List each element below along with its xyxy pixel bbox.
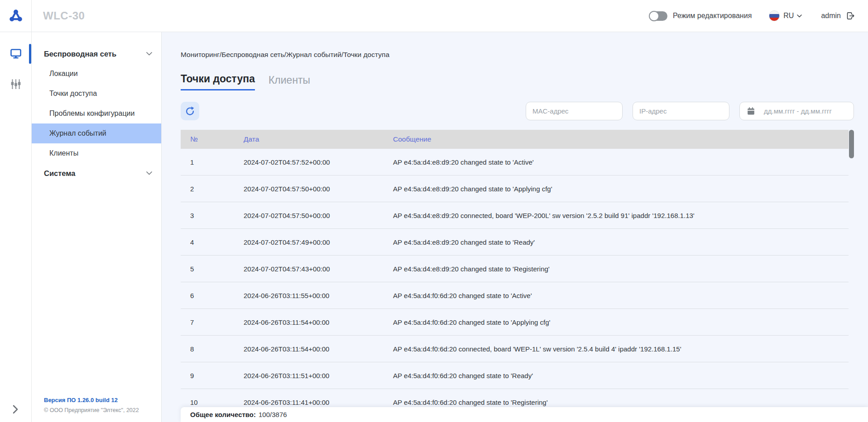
date-range-placeholder: дд.мм.гггг - дд.мм.гггг xyxy=(764,107,832,115)
username: admin xyxy=(821,12,841,20)
ip-address-input[interactable] xyxy=(633,102,729,120)
mac-address-input[interactable] xyxy=(526,102,623,120)
refresh-button[interactable] xyxy=(181,102,199,120)
cell-number: 4 xyxy=(181,238,234,246)
cell-message: AP e4:5a:d4:e8:d9:20 changed state to 'R… xyxy=(384,265,849,273)
tab-bar: Точки доступа Клиенты xyxy=(181,73,854,90)
table-header: № Дата Сообщение xyxy=(181,130,849,149)
cell-message: AP e4:5a:d4:f0:6d:20 connected, board 'W… xyxy=(384,345,849,353)
cell-message: AP e4:5a:d4:f0:6d:20 changed state to 'R… xyxy=(384,372,849,379)
filter-inputs: дд.мм.гггг - дд.мм.гггг xyxy=(526,102,854,120)
table-row: 6 2024-06-26T03:11:55+00:00 AP e4:5a:d4:… xyxy=(181,282,849,309)
section-label: Система xyxy=(44,169,75,178)
total-count-label: Общее количество: xyxy=(190,411,256,418)
cell-date: 2024-06-26T03:11:51+00:00 xyxy=(234,372,384,379)
sidebar-footer: Версия ПО 1.26.0 build 12 © ООО Предприя… xyxy=(44,395,139,416)
cell-date: 2024-07-02T04:57:50+00:00 xyxy=(234,185,384,193)
sidebar-expand-button[interactable] xyxy=(0,405,31,414)
sliders-icon xyxy=(10,78,22,90)
top-bar: WLC-30 Режим редактирования RU admin xyxy=(0,0,868,32)
event-log-table: № Дата Сообщение 1 2024-07-02T04:57:52+0… xyxy=(181,130,849,416)
table-scrollbar-thumb[interactable] xyxy=(849,130,854,158)
cell-message: AP e4:5a:d4:f0:6d:20 changed state to 'A… xyxy=(384,318,849,326)
total-count-bar: Общее количество: 100/3876 xyxy=(181,407,868,422)
chevron-down-icon xyxy=(797,14,802,18)
tab-access-points[interactable]: Точки доступа xyxy=(181,73,255,90)
table-row: 9 2024-06-26T03:11:51+00:00 AP e4:5a:d4:… xyxy=(181,362,849,389)
sidebar-item-event-log[interactable]: Журнал событий xyxy=(32,123,161,143)
cell-number: 2 xyxy=(181,185,234,193)
edit-mode-label: Режим редактирования xyxy=(673,12,752,20)
icon-rail xyxy=(0,32,32,422)
column-header-message: Сообщение xyxy=(384,135,849,143)
sidebar-item-locations[interactable]: Локации xyxy=(32,64,161,84)
monitor-icon xyxy=(10,47,22,60)
sidebar-item-config-problems[interactable]: Проблемы конфигурации xyxy=(32,104,161,123)
chevron-down-icon xyxy=(146,52,152,56)
cell-number: 8 xyxy=(181,345,234,353)
cell-number: 5 xyxy=(181,265,234,273)
cell-number: 10 xyxy=(181,398,234,406)
sidebar-item-clients[interactable]: Клиенты xyxy=(32,143,161,163)
breadcrumb: Мониторинг/Беспроводная сеть/Журнал собы… xyxy=(181,32,854,59)
table-row: 5 2024-07-02T04:57:43+00:00 AP e4:5a:d4:… xyxy=(181,256,849,282)
language-code: RU xyxy=(783,12,794,20)
cell-number: 7 xyxy=(181,318,234,326)
cell-date: 2024-07-02T04:57:43+00:00 xyxy=(234,265,384,273)
cell-date: 2024-07-02T04:57:50+00:00 xyxy=(234,212,384,219)
table-row: 3 2024-07-02T04:57:50+00:00 AP e4:5a:d4:… xyxy=(181,202,849,229)
tab-clients[interactable]: Клиенты xyxy=(269,74,310,90)
refresh-icon xyxy=(185,106,195,116)
table-row: 2 2024-07-02T04:57:50+00:00 AP e4:5a:d4:… xyxy=(181,175,849,202)
cell-number: 1 xyxy=(181,158,234,166)
cell-message: AP e4:5a:d4:f0:6d:20 changed state to 'R… xyxy=(384,398,849,406)
firmware-version-link[interactable]: Версия ПО 1.26.0 build 12 xyxy=(44,395,139,406)
sidebar: Беспроводная сеть Локации Точки доступа … xyxy=(32,32,162,422)
copyright-text: © ООО Предприятие "Элтекс", 2022 xyxy=(44,406,139,416)
filter-row: дд.мм.гггг - дд.мм.гггг xyxy=(181,102,854,120)
eltex-nodes-logo-icon xyxy=(9,9,23,23)
russian-flag-icon xyxy=(769,10,780,21)
table-row: 4 2024-07-02T04:57:49+00:00 AP e4:5a:d4:… xyxy=(181,229,849,256)
app-title: WLC-30 xyxy=(43,9,85,22)
column-header-number: № xyxy=(181,135,234,143)
total-count-value: 100/3876 xyxy=(259,411,287,418)
rail-item-settings[interactable] xyxy=(0,73,31,95)
sidebar-section-wireless[interactable]: Беспроводная сеть xyxy=(32,44,161,64)
logout-icon[interactable] xyxy=(845,11,855,21)
cell-message: AP e4:5a:d4:e8:d9:20 changed state to 'A… xyxy=(384,158,849,166)
toggle-knob xyxy=(649,11,659,21)
rail-item-monitoring[interactable] xyxy=(0,43,31,65)
cell-date: 2024-06-26T03:11:55+00:00 xyxy=(234,292,384,299)
chevron-right-icon xyxy=(13,405,19,414)
cell-date: 2024-06-26T03:11:54+00:00 xyxy=(234,318,384,326)
cell-message: AP e4:5a:d4:f0:6d:20 changed state to 'A… xyxy=(384,292,849,299)
column-header-date: Дата xyxy=(234,135,384,143)
date-range-input[interactable]: дд.мм.гггг - дд.мм.гггг xyxy=(739,102,854,120)
main-content: Мониторинг/Беспроводная сеть/Журнал собы… xyxy=(162,32,868,422)
top-bar-controls: Режим редактирования RU admin xyxy=(649,10,868,21)
table-row: 7 2024-06-26T03:11:54+00:00 AP e4:5a:d4:… xyxy=(181,309,849,336)
language-selector[interactable]: RU xyxy=(783,12,802,20)
edit-mode-toggle[interactable] xyxy=(649,11,667,21)
chevron-down-icon xyxy=(146,171,152,175)
cell-date: 2024-06-26T03:11:41+00:00 xyxy=(234,398,384,406)
cell-number: 3 xyxy=(181,212,234,219)
section-label: Беспроводная сеть xyxy=(44,50,116,58)
cell-message: AP e4:5a:d4:e8:d9:20 changed state to 'R… xyxy=(384,238,849,246)
sidebar-item-access-points[interactable]: Точки доступа xyxy=(32,84,161,104)
cell-date: 2024-06-26T03:11:54+00:00 xyxy=(234,345,384,353)
sidebar-section-system[interactable]: Система xyxy=(32,163,161,183)
table-row: 1 2024-07-02T04:57:52+00:00 AP e4:5a:d4:… xyxy=(181,149,849,175)
calendar-icon xyxy=(746,106,756,116)
cell-date: 2024-07-02T04:57:52+00:00 xyxy=(234,158,384,166)
cell-number: 6 xyxy=(181,292,234,299)
cell-number: 9 xyxy=(181,372,234,379)
app-logo xyxy=(0,0,32,32)
rail-active-indicator xyxy=(29,44,31,64)
cell-message: AP e4:5a:d4:e8:d9:20 changed state to 'A… xyxy=(384,185,849,193)
cell-date: 2024-07-02T04:57:49+00:00 xyxy=(234,238,384,246)
cell-message: AP e4:5a:d4:e8:d9:20 connected, board 'W… xyxy=(384,212,849,219)
table-row: 8 2024-06-26T03:11:54+00:00 AP e4:5a:d4:… xyxy=(181,336,849,362)
user-menu: admin xyxy=(821,11,855,21)
